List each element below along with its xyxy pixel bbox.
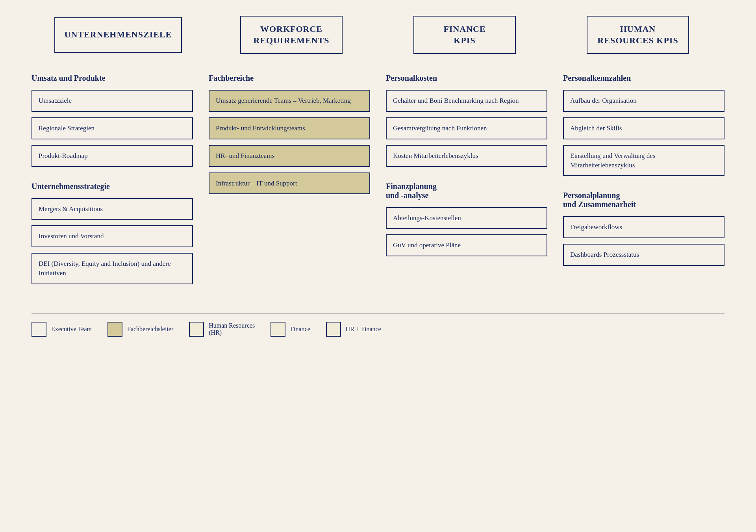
list-item: Abgleich der Skills [563,117,724,139]
legend-fachbereichsleiter: Fachbereichsleiter [107,322,173,337]
list-item: Gehälter und Boni Benchmarking nach Regi… [386,90,547,112]
col3-header: FINANCEKPIs [413,16,516,54]
legend-box-hr [189,322,204,337]
list-item: Produkt- und Entwicklungsteams [209,117,370,139]
col1-header-text: UNTERNEHMENSZIELE [65,29,172,41]
col3-header-text: FINANCEKPIs [443,24,485,46]
col4-section1-title: Personalkennzahlen [563,74,724,83]
col2-section1-title: Fachbereiche [209,74,370,83]
col4-header: HUMANRESOURCES KPIs [587,16,689,54]
col2-header-cell: WORKFORCEREQUIREMENTS [205,16,378,54]
column-3: Personalkosten Gehälter und Boni Benchma… [378,70,555,290]
list-item: HR- und Finanzteams [209,145,370,167]
col4-header-cell: HUMANRESOURCES KPIs [551,16,724,54]
list-item: DEI (Diversity, Equity and Inclusion) un… [32,253,193,284]
list-item: Kosten Mitarbeiterlebenszyklus [386,145,547,167]
list-item: Mergers & Acquisitions [32,198,193,220]
col2-header-text: WORKFORCEREQUIREMENTS [254,24,330,46]
col3-section1-title: Personalkosten [386,74,547,83]
list-item: Umsatz generierende Teams – Vertrieb, Ma… [209,90,370,112]
legend-hr-finance: HR + Finance [326,322,381,337]
legend-box-fachbereich [107,322,122,337]
legend-box-executive [32,322,46,337]
content-area: Umsatz und Produkte Umsatzziele Regional… [32,70,724,290]
col3-section2-title: Finanzplanungund -analyse [386,182,547,200]
col4-header-text: HUMANRESOURCES KPIs [597,24,678,46]
column-4: Personalkennzahlen Aufbau der Organisati… [555,70,724,290]
col1-header: UNTERNEHMENSZIELE [54,17,182,53]
list-item: Freigabeworkflows [563,216,724,238]
legend-human-resources: Human Resources(HR) [189,322,255,337]
col1-section1-title: Umsatz und Produkte [32,74,193,83]
legend: Executive Team Fachbereichsleiter Human … [32,313,724,337]
legend-label-hrfinance: HR + Finance [346,326,381,333]
header-row: UNTERNEHMENSZIELE WORKFORCEREQUIREMENTS … [32,16,724,54]
list-item: Dashboards Prozessstatus [563,244,724,266]
col1-header-cell: UNTERNEHMENSZIELE [32,16,205,54]
list-item: Umsatzziele [32,90,193,112]
list-item: Produkt-Roadmap [32,145,193,167]
legend-label-hr: Human Resources(HR) [209,322,255,336]
list-item: Regionale Strategien [32,117,193,139]
list-item: Investoren und Vorstand [32,225,193,247]
list-item: GuV und operative Pläne [386,234,547,256]
col1-section2-title: Unternehmensstrategie [32,182,193,191]
column-2: Fachbereiche Umsatz generierende Teams –… [201,70,378,290]
list-item: Infrastruktur – IT und Support [209,172,370,195]
list-item: Aufbau der Organisation [563,90,724,112]
list-item: Einstellung und Verwaltung des Mitarbeit… [563,145,724,176]
col2-header: WORKFORCEREQUIREMENTS [240,16,343,54]
legend-label-finance: Finance [290,326,310,333]
list-item: Abteilungs-Kostenstellen [386,207,547,229]
legend-executive-team: Executive Team [32,322,92,337]
legend-label-executive: Executive Team [51,326,92,333]
column-1: Umsatz und Produkte Umsatzziele Regional… [32,70,201,290]
legend-label-fachbereich: Fachbereichsleiter [127,326,173,333]
legend-box-finance [271,322,285,337]
legend-box-hrfinance [326,322,341,337]
col3-header-cell: FINANCEKPIs [378,16,551,54]
col4-section2-title: Personalplanungund Zusammenarbeit [563,191,724,209]
legend-finance: Finance [271,322,310,337]
list-item: Gesamtvergütung nach Funktionen [386,117,547,139]
